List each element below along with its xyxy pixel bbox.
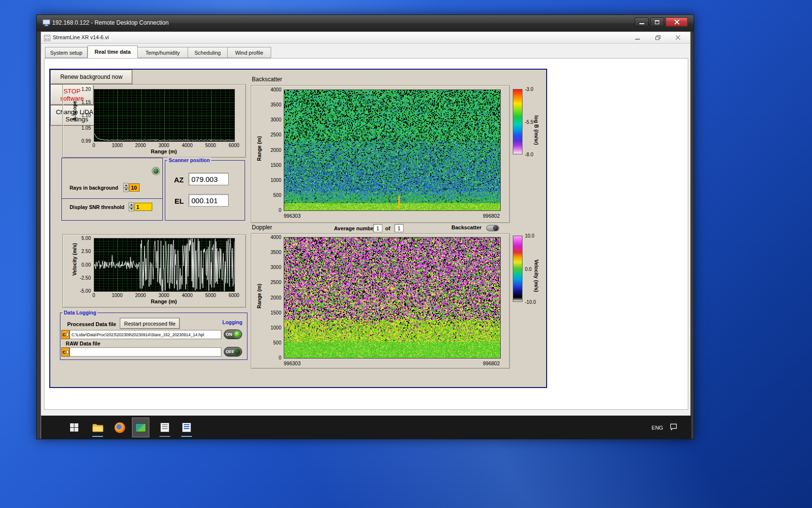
rdp-app-button[interactable] [132,418,149,437]
tick-label: 2.50 [82,249,91,254]
tick-label: 1500 [271,162,281,167]
notification-icon[interactable] [669,423,678,433]
doppler-canvas [284,238,500,358]
doppler-x-start: 996303 [284,360,301,366]
app-titlebar: StreamLine XR v14-6.vi [41,32,690,44]
tick-label: 5000 [205,143,216,148]
app-minimize-button[interactable] [632,33,643,42]
tick-label: 6000 [229,293,239,298]
ascope-plot [94,89,235,142]
snr-threshold-label: Display SNR threshold [70,204,124,210]
average-of-field[interactable]: 1 [394,224,404,232]
file-explorer-button[interactable] [89,418,106,437]
rays-spinner[interactable] [123,183,129,192]
tick-label: 3000 [271,117,281,122]
tick-label: 0.99 [82,138,91,144]
schedule-list-button[interactable] [178,418,195,437]
snr-spinner[interactable] [129,202,134,211]
tab-strip: System setup Real time data Temp/humidit… [45,47,271,58]
start-button[interactable] [65,418,83,437]
az-value-field[interactable]: 079.003 [188,173,229,185]
tab-temp-humidity[interactable]: Temp/humidity [138,47,188,58]
tick-label: 1000 [271,325,281,330]
raw-path-field[interactable] [70,347,221,357]
tick-label: 3000 [159,143,169,148]
backscatter-x-end: 996802 [483,213,500,219]
renew-background-button[interactable]: Renew background now [50,70,132,84]
tick-label: 3000 [159,293,169,298]
rdp-app-icon [135,423,146,432]
backscatter-toggle-label: Backscatter [451,224,481,230]
average-number-field[interactable]: 1 [373,224,382,232]
tick-label: 2000 [135,293,146,298]
tick-label: 2000 [135,143,146,148]
processed-logging-toggle[interactable]: ON [224,329,242,339]
snr-value-field[interactable]: 1 [134,203,152,211]
logging-on-led [234,331,240,337]
scan-schedule-button[interactable] [156,418,174,437]
app-window: StreamLine XR v14-6.vi System setup Real… [41,31,691,439]
page-icon [66,333,69,336]
backscatter-colorbar-label: log B (/m/sr) [534,101,539,159]
list-icon [182,423,191,432]
backscatter-x-ticks: 996303 996802 [284,213,500,219]
ascope-y-ticks: 1.201.151.101.050.99 [70,89,92,141]
tick-label: 0.00 [82,262,91,267]
tick-label: 4000 [271,235,281,240]
tick-label: 1500 [271,310,281,315]
app-restore-button[interactable] [652,33,663,42]
tab-system-setup[interactable]: System setup [45,47,87,58]
windows-start-icon [70,423,78,432]
backscatter-display-toggle[interactable] [486,225,499,231]
processed-path-field[interactable]: C:\Lidar\Data\Proc\2023\202309\20230914\… [70,330,221,339]
language-indicator[interactable]: ENG [651,421,664,434]
off-label: OFF [226,349,234,354]
firefox-icon [115,422,125,433]
rdp-minimize-button[interactable] [635,17,649,27]
open-app-indicator [92,436,103,437]
tick-label: 5000 [205,293,216,298]
data-logging-title: Data Logging [62,310,98,315]
backscatter-x-start: 996303 [284,213,301,219]
tick-label: 4000 [182,293,192,298]
tick-label: -5.5 [525,119,533,124]
tick-label: 5.00 [82,236,91,241]
tick-label: 0 [92,143,95,148]
rays-in-background-label: Rays in background [70,185,118,191]
tab-real-time-data[interactable]: Real time data [87,45,138,58]
backscatter-heatmap [284,90,501,211]
renew-status-led [152,167,160,175]
ascope-x-axis-label: Range (m) [94,149,234,154]
rdp-maximize-button[interactable] [650,17,664,27]
tick-label: 3000 [271,265,281,270]
rdp-monitor-icon [43,19,50,29]
backscatter-canvas [284,90,500,210]
firefox-button[interactable] [111,418,129,437]
raw-data-file-label: RAW Data file [66,341,101,346]
logging-off-led [234,349,240,355]
tab-wind-profile[interactable]: Wind profile [228,47,271,58]
app-close-button[interactable] [673,33,683,42]
tab-scheduling[interactable]: Scheduling [188,47,228,58]
el-value-field[interactable]: 000.101 [188,194,229,207]
scanner-position-box: Scanner position AZ 079.003 EL 000.101 [165,160,245,221]
raw-logging-toggle[interactable]: OFF [224,347,242,357]
remote-taskbar: ENG [41,416,691,439]
doppler-x-ticks: 996303 996802 [284,360,500,366]
open-app-indicator [181,436,192,437]
raw-path-browse-button[interactable]: C [61,347,70,357]
doppler-colorbar-label: Velocity (m/s) [534,247,539,305]
tick-label: 3500 [271,102,281,107]
doppler-x-end: 996802 [483,360,500,366]
backscatter-title: Backscatter [252,76,282,83]
doppler-heatmap [284,237,501,359]
processed-data-file-label: Processed Data file [67,321,116,327]
processed-path-browse-button[interactable]: C [61,330,70,339]
tick-label: -5.00 [80,288,91,294]
tick-label: 6000 [229,143,239,148]
rdp-close-button[interactable] [666,17,688,27]
restart-processed-file-button[interactable]: Restart processed file [120,318,180,329]
el-label: EL [174,197,184,205]
backscatter-y-axis-label: Range (m) [256,120,262,178]
rays-value-field[interactable]: 10 [129,183,140,192]
